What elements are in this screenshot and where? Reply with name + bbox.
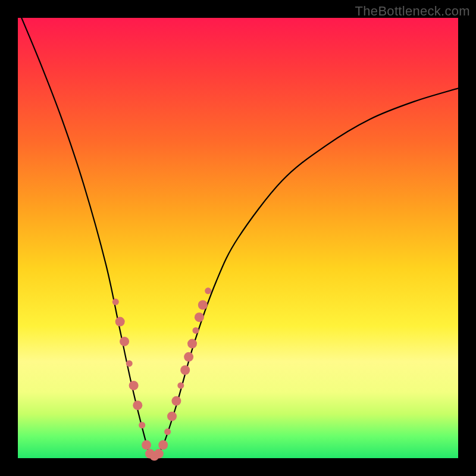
highlight-marker [195, 312, 204, 322]
highlight-marker [198, 300, 208, 309]
highlight-marker [164, 428, 171, 435]
chart-plot-area [18, 18, 458, 458]
highlight-marker [142, 440, 151, 450]
highlight-marker [112, 299, 119, 305]
highlight-markers [112, 287, 211, 461]
highlight-marker [205, 287, 211, 294]
highlight-marker [187, 339, 197, 349]
watermark-text: TheBottleneck.com [355, 4, 470, 19]
chart-svg [18, 18, 458, 458]
highlight-marker [158, 440, 168, 450]
highlight-marker [171, 396, 181, 406]
highlight-marker [180, 365, 190, 375]
highlight-marker [184, 352, 193, 362]
highlight-marker [177, 382, 184, 389]
highlight-marker [133, 400, 142, 410]
highlight-marker [192, 327, 199, 334]
highlight-marker [120, 337, 129, 346]
highlight-marker [139, 422, 145, 428]
highlight-marker [126, 360, 133, 367]
highlight-marker [167, 412, 177, 421]
bottleneck-curve-line [18, 9, 458, 456]
highlight-marker [129, 381, 139, 390]
highlight-marker [154, 449, 164, 459]
highlight-marker [115, 317, 125, 327]
